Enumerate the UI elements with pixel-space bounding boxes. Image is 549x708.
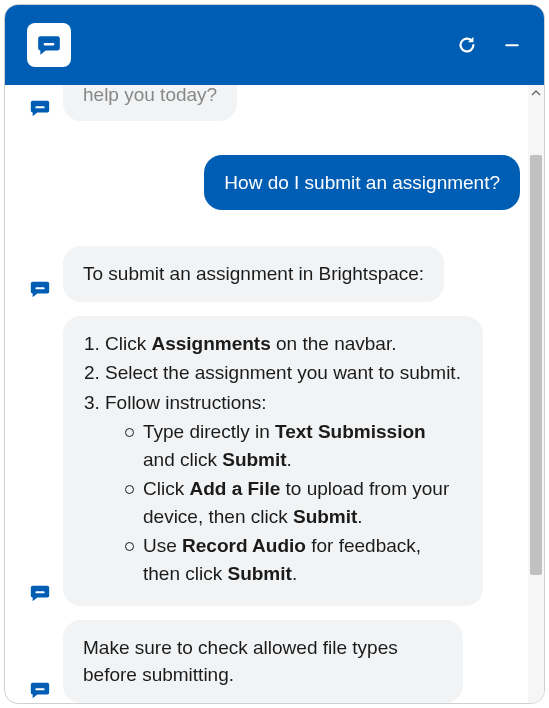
message-text: How do I submit an assignment? — [224, 172, 500, 193]
message-row: How do I submit an assignment? — [27, 155, 520, 211]
header-left — [27, 23, 71, 67]
chat-header — [5, 5, 544, 85]
bot-message-partial: help you today? — [63, 85, 237, 121]
bot-avatar-inline — [27, 677, 53, 703]
svg-rect-4 — [35, 591, 44, 593]
list-item: Click Add a File to upload from your dev… — [125, 475, 461, 530]
svg-rect-3 — [35, 287, 44, 289]
scroll-up-icon[interactable] — [528, 85, 544, 101]
bot-message: To submit an assignment in Brightspace: — [63, 246, 444, 302]
bot-avatar-inline — [27, 276, 53, 302]
svg-rect-2 — [35, 106, 44, 108]
bot-message-steps: Click Assignments on the navbar. Select … — [63, 316, 483, 606]
chat-body: help you today? How do I submit an assig… — [5, 85, 544, 704]
message-list: help you today? How do I submit an assig… — [5, 85, 544, 704]
message-row: Click Assignments on the navbar. Select … — [27, 316, 520, 606]
list-item: Type directly in Text Submission and cli… — [125, 418, 461, 473]
list-item: Follow instructions: Type directly in Te… — [105, 389, 461, 588]
list-item: Use Record Audio for feedback, then clic… — [125, 532, 461, 587]
chat-bubble-icon — [29, 278, 51, 300]
message-text: Make sure to check allowed file types be… — [83, 637, 398, 686]
header-right — [456, 34, 522, 56]
scroll-down-icon[interactable] — [528, 701, 544, 704]
svg-rect-0 — [44, 43, 55, 45]
message-text: To submit an assignment in Brightspace: — [83, 263, 424, 284]
svg-rect-5 — [35, 688, 44, 690]
bot-avatar-inline — [27, 95, 53, 121]
refresh-button[interactable] — [456, 34, 478, 56]
scrollbar-thumb[interactable] — [530, 155, 542, 575]
chat-bubble-icon — [29, 679, 51, 701]
minimize-button[interactable] — [502, 35, 522, 55]
bot-message: Make sure to check allowed file types be… — [63, 620, 463, 703]
minimize-icon — [502, 35, 522, 55]
chat-bubble-icon — [29, 582, 51, 604]
chat-bubble-icon — [36, 32, 62, 58]
chat-widget: help you today? How do I submit an assig… — [4, 4, 545, 704]
list-item: Select the assignment you want to submit… — [105, 359, 461, 387]
list-item: Click Assignments on the navbar. — [105, 330, 461, 358]
bot-avatar-header — [27, 23, 71, 67]
message-row: Make sure to check allowed file types be… — [27, 620, 520, 703]
svg-rect-1 — [505, 44, 518, 46]
bot-avatar-inline — [27, 580, 53, 606]
message-row: help you today? — [27, 85, 520, 121]
user-message: How do I submit an assignment? — [204, 155, 520, 211]
refresh-icon — [456, 34, 478, 56]
steps-list: Click Assignments on the navbar. Select … — [83, 330, 461, 588]
scrollbar[interactable] — [528, 85, 544, 704]
message-row: To submit an assignment in Brightspace: — [27, 246, 520, 302]
chat-bubble-icon — [29, 97, 51, 119]
sub-list: Type directly in Text Submission and cli… — [105, 418, 461, 587]
message-text: help you today? — [83, 85, 217, 105]
